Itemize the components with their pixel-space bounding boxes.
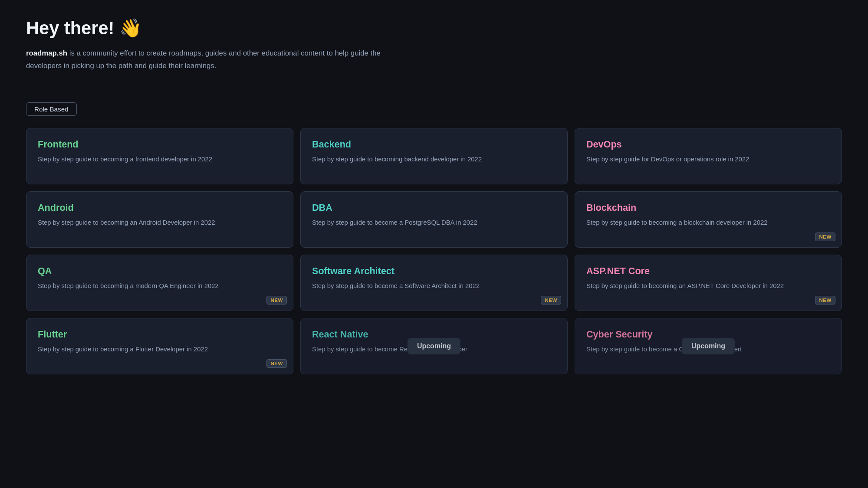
card-title-aspnet-core: ASP.NET Core xyxy=(586,265,830,277)
site-name: roadmap.sh xyxy=(26,49,67,57)
card-desc-backend: Step by step guide to becoming backend d… xyxy=(312,154,556,165)
card-badge-software-architect: NEW xyxy=(541,296,561,305)
cards-grid: FrontendStep by step guide to becoming a… xyxy=(26,128,842,374)
card-devops[interactable]: DevOpsStep by step guide for DevOps or o… xyxy=(575,128,842,184)
card-desc-aspnet-core: Step by step guide to becoming an ASP.NE… xyxy=(586,281,830,291)
card-title-frontend: Frontend xyxy=(38,139,282,150)
card-cyber-security[interactable]: Cyber SecurityStep by step guide to beco… xyxy=(575,318,842,374)
card-badge-blockchain: NEW xyxy=(815,233,835,241)
card-title-devops: DevOps xyxy=(586,139,830,150)
card-blockchain[interactable]: BlockchainStep by step guide to becoming… xyxy=(575,191,842,248)
card-frontend[interactable]: FrontendStep by step guide to becoming a… xyxy=(26,128,293,184)
card-dba[interactable]: DBAStep by step guide to become a Postgr… xyxy=(300,191,568,248)
card-desc-flutter: Step by step guide to becoming a Flutter… xyxy=(38,344,282,355)
card-badge-aspnet-core: NEW xyxy=(815,296,835,305)
page-description: roadmap.sh is a community effort to crea… xyxy=(26,47,417,72)
upcoming-overlay-cyber-security: Upcoming xyxy=(682,338,735,354)
card-badge-flutter: NEW xyxy=(266,359,287,368)
card-desc-blockchain: Step by step guide to becoming a blockch… xyxy=(586,218,830,228)
card-title-software-architect: Software Architect xyxy=(312,265,556,277)
card-react-native[interactable]: React NativeStep by step guide to become… xyxy=(300,318,568,374)
card-title-backend: Backend xyxy=(312,139,556,150)
page-title: Hey there! 👋 xyxy=(26,17,842,39)
card-title-android: Android xyxy=(38,202,282,213)
card-qa[interactable]: QAStep by step guide to becoming a moder… xyxy=(26,255,293,311)
card-desc-dba: Step by step guide to become a PostgreSQ… xyxy=(312,218,556,228)
card-title-flutter: Flutter xyxy=(38,329,282,340)
page-header: Hey there! 👋 roadmap.sh is a community e… xyxy=(26,17,842,72)
card-title-qa: QA xyxy=(38,265,282,277)
card-desc-android: Step by step guide to becoming an Androi… xyxy=(38,218,282,228)
card-aspnet-core[interactable]: ASP.NET CoreStep by step guide to becomi… xyxy=(575,255,842,311)
card-flutter[interactable]: FlutterStep by step guide to becoming a … xyxy=(26,318,293,374)
card-desc-software-architect: Step by step guide to become a Software … xyxy=(312,281,556,291)
card-software-architect[interactable]: Software ArchitectStep by step guide to … xyxy=(300,255,568,311)
card-backend[interactable]: BackendStep by step guide to becoming ba… xyxy=(300,128,568,184)
upcoming-overlay-react-native: Upcoming xyxy=(408,338,460,354)
card-desc-devops: Step by step guide for DevOps or operati… xyxy=(586,154,830,165)
card-title-dba: DBA xyxy=(312,202,556,213)
card-badge-qa: NEW xyxy=(266,296,287,305)
card-title-blockchain: Blockchain xyxy=(586,202,830,213)
card-desc-frontend: Step by step guide to becoming a fronten… xyxy=(38,154,282,165)
card-desc-qa: Step by step guide to becoming a modern … xyxy=(38,281,282,291)
description-body: is a community effort to create roadmaps… xyxy=(26,49,381,70)
card-android[interactable]: AndroidStep by step guide to becoming an… xyxy=(26,191,293,248)
section-label: Role Based xyxy=(26,102,77,116)
